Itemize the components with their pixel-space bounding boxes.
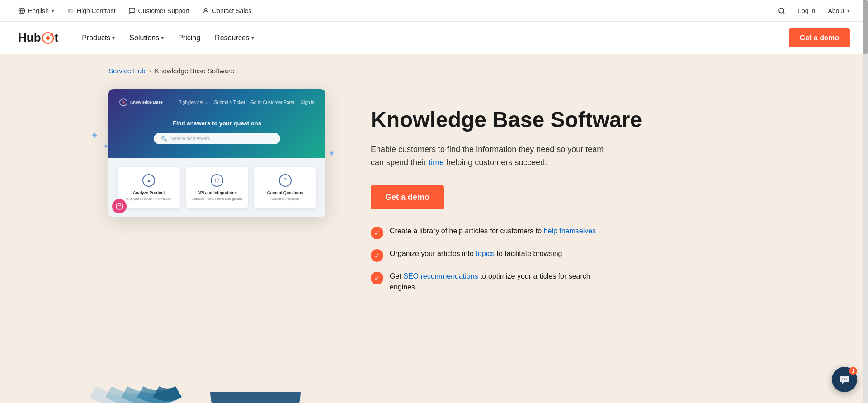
get-demo-button-nav[interactable]: Get a demo <box>789 28 850 47</box>
breadcrumb-service-hub[interactable]: Service Hub <box>108 67 146 75</box>
chat-badge: 1 <box>849 367 857 375</box>
mockup-card-2: ⬡ API and Integrations Detailed instruct… <box>186 167 249 208</box>
about-label: About <box>828 7 844 14</box>
scrollbar-thumb[interactable] <box>863 0 868 54</box>
nav-solutions[interactable]: Solutions ▾ <box>124 30 169 46</box>
language-label: English <box>28 7 49 14</box>
mockup-search-icon: 🔍 <box>161 136 167 142</box>
person-icon <box>202 7 209 14</box>
nav-pricing[interactable]: Pricing <box>173 30 206 46</box>
check-item-3: ✓ Get SEO recommendations to optimize yo… <box>371 271 723 293</box>
hero-description: Enable customers to find the information… <box>371 143 615 169</box>
solutions-caret: ▾ <box>161 35 164 41</box>
mockup-card-3: ? General Questions General Inquiries <box>254 167 316 208</box>
hubspot-logo[interactable]: Hub t <box>18 31 58 45</box>
customer-support-link[interactable]: Customer Support <box>128 7 190 14</box>
mockup-card-1: ▲ Analyze Product Analyze Product Inform… <box>118 167 180 208</box>
chat-widget[interactable]: 1 <box>832 367 857 392</box>
mockup-logo-icon <box>119 98 127 106</box>
search-button[interactable] <box>778 7 785 14</box>
svg-point-9 <box>51 33 53 35</box>
mockup-card-icon-2: ⬡ <box>211 174 223 187</box>
svg-point-13 <box>123 101 125 104</box>
svg-point-5 <box>779 8 784 13</box>
check-text-1: Create a library of help articles for cu… <box>390 226 596 237</box>
mockup-card-icon-1: ▲ <box>142 174 155 187</box>
mockup-cards: ▲ Analyze Product Analyze Product Inform… <box>118 167 316 208</box>
get-demo-button-hero[interactable]: Get a demo <box>371 185 444 209</box>
nav-products[interactable]: Products ▾ <box>76 30 120 46</box>
high-contrast-toggle[interactable]: High Contrast <box>67 7 116 14</box>
content-area: Service Hub › Knowledge Base Software ✦ … <box>0 54 868 394</box>
check-text-2: Organize your articles into topics to fa… <box>390 248 562 259</box>
mockup-nav-bar: Knowledge Base Bigbytes.net ☆ Submit a T… <box>119 98 315 106</box>
chat-icon <box>838 373 851 386</box>
mockup-card-icon-3: ? <box>279 174 292 187</box>
check-item-1: ✓ Create a library of help articles for … <box>371 226 723 239</box>
mockup-card-title-2: API and Integrations <box>191 190 243 195</box>
about-caret: ▾ <box>847 8 850 14</box>
search-icon <box>778 7 785 14</box>
high-contrast-label: High Contrast <box>77 7 116 14</box>
check-icon-2: ✓ <box>371 249 383 262</box>
language-selector[interactable]: English ▾ <box>18 7 54 14</box>
mockup-nav-1: Bigbytes.net ☆ <box>179 100 209 105</box>
mockup-title: Find answers to your questions <box>119 120 315 127</box>
contrast-icon <box>67 7 74 14</box>
mockup-card-sub-3: General Inquiries <box>259 197 311 201</box>
mockup-container: ✦ ✦ Know <box>108 89 335 217</box>
check-text-3: Get SEO recommendations to optimize your… <box>390 271 607 293</box>
deco-stars: ✦ ✦ <box>90 125 118 155</box>
check-highlight-2: topics <box>476 250 495 257</box>
nav-left: Hub t Products ▾ Solutions ▾ Pric <box>18 30 259 46</box>
language-caret: ▾ <box>52 8 54 14</box>
scrollbar[interactable] <box>863 0 868 403</box>
mockup-kb-label: Knowledge Base <box>130 100 163 104</box>
breadcrumb: Service Hub › Knowledge Base Software <box>18 54 850 89</box>
utility-left: English ▾ High Contrast Customer Support… <box>18 7 251 14</box>
deco-dot-cluster: ✦ <box>323 147 341 176</box>
login-link[interactable]: Log in <box>798 7 815 14</box>
mockup-card-title-1: Analyze Product <box>123 190 175 195</box>
nav-links: Products ▾ Solutions ▾ Pricing Resources… <box>76 30 259 46</box>
customer-support-label: Customer Support <box>138 7 190 14</box>
svg-text:✦: ✦ <box>90 130 99 141</box>
mockup-card-sub-2: Detailed instructions and guides <box>191 197 243 201</box>
hero-desc-highlight: time <box>429 158 444 167</box>
check-icon-3: ✓ <box>371 272 383 284</box>
mockup-nav-4: Sign in <box>301 100 315 105</box>
mockup-frame: Knowledge Base Bigbytes.net ☆ Submit a T… <box>108 89 326 217</box>
svg-text:✦: ✦ <box>328 148 335 158</box>
login-label: Log in <box>798 7 815 14</box>
mockup-search-placeholder: Search for answers <box>171 136 210 141</box>
contact-sales-label: Contact Sales <box>212 7 251 14</box>
svg-point-17 <box>844 379 845 380</box>
hero-title: Knowledge Base Software <box>371 107 723 132</box>
mockup-header: Knowledge Base Bigbytes.net ☆ Submit a T… <box>108 89 326 158</box>
globe-icon <box>18 7 25 14</box>
utility-right: Log in About ▾ <box>778 7 850 14</box>
nav-resources[interactable]: Resources ▾ <box>209 30 259 46</box>
svg-text:✦: ✦ <box>103 142 109 150</box>
check-highlight-1: help themselves <box>544 227 596 235</box>
utility-bar: English ▾ High Contrast Customer Support… <box>0 0 868 22</box>
check-highlight-3: SEO recommendations <box>403 272 478 280</box>
check-icon-1: ✓ <box>371 227 383 239</box>
breadcrumb-current: Knowledge Base Software <box>155 67 234 75</box>
checklist: ✓ Create a library of help articles for … <box>371 226 723 293</box>
mockup-nav-3: Go to Customer Portal <box>250 100 295 105</box>
svg-point-16 <box>842 379 844 380</box>
hero-content: Knowledge Base Software Enable customers… <box>371 89 723 293</box>
contact-sales-link[interactable]: Contact Sales <box>202 7 251 14</box>
products-caret: ▾ <box>112 35 115 41</box>
support-icon <box>128 7 136 14</box>
resources-caret: ▾ <box>251 35 254 41</box>
logo-icon <box>42 32 54 44</box>
mockup-nav-2: Submit a Ticket <box>214 100 245 105</box>
svg-point-15 <box>116 203 123 209</box>
deco-pink-circle <box>112 199 127 213</box>
svg-point-4 <box>204 8 207 10</box>
about-menu[interactable]: About ▾ <box>828 7 850 14</box>
check-item-2: ✓ Organize your articles into topics to … <box>371 248 723 262</box>
hero-desc-2: helping customers succeed. <box>444 158 547 167</box>
